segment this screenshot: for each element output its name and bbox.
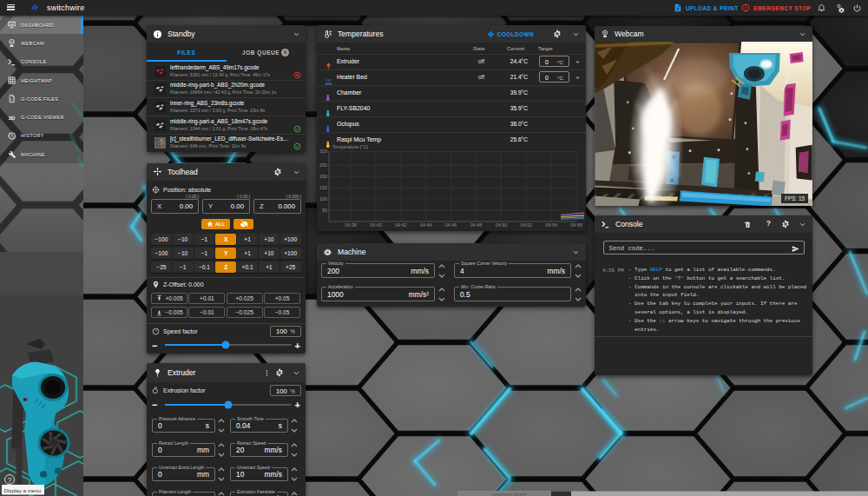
svg-text:310: 310: [319, 149, 327, 154]
svg-text:04:38: 04:38: [345, 222, 357, 228]
svg-text:04:42: 04:42: [395, 222, 407, 228]
svg-text:150: 150: [319, 185, 327, 190]
svg-text:04:54: 04:54: [545, 222, 557, 228]
svg-text:100: 100: [319, 196, 327, 202]
svg-text:04:44: 04:44: [420, 222, 432, 228]
svg-text:04:56: 04:56: [570, 222, 582, 228]
svg-text:switchwire.local/#/: switchwire.local/#/: [492, 492, 528, 496]
svg-text:04:48: 04:48: [470, 222, 483, 228]
svg-text:?: ?: [8, 476, 12, 485]
svg-text:50: 50: [322, 208, 327, 213]
svg-text:04:40: 04:40: [370, 222, 382, 228]
svg-text:Display a menu: Display a menu: [4, 487, 42, 493]
svg-text:04:46: 04:46: [445, 222, 457, 228]
svg-text:200: 200: [319, 174, 327, 179]
svg-text:04:52: 04:52: [521, 222, 533, 228]
svg-text:04:50: 04:50: [496, 222, 508, 228]
svg-text:250: 250: [319, 162, 327, 168]
svg-text:3D: 3D: [9, 115, 16, 120]
